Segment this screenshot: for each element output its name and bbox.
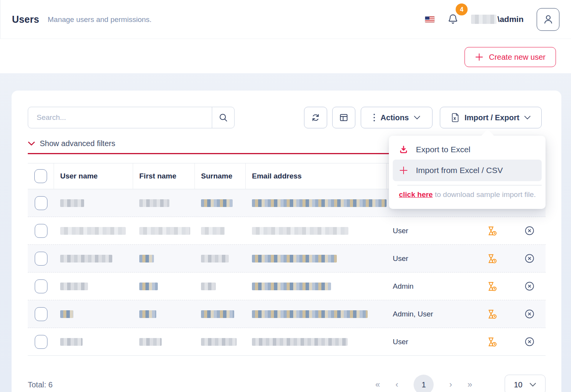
next-page-button[interactable]: › (449, 380, 452, 390)
sample-file-note-text: to download sample import file. (433, 190, 536, 199)
actions-dropdown-button[interactable]: Actions (361, 107, 432, 128)
expiry-hourglass-icon[interactable] (487, 225, 497, 236)
redacted-email (252, 227, 348, 235)
create-new-user-label: Create new user (489, 53, 546, 62)
page-size-value: 10 (514, 380, 522, 389)
download-icon (399, 145, 408, 154)
current-page-button[interactable]: 1 (414, 375, 434, 392)
chevron-down-icon (28, 141, 35, 146)
column-surname[interactable]: Surname (195, 163, 246, 189)
expiry-hourglass-icon[interactable] (487, 336, 497, 347)
export-to-excel-menu-item[interactable]: Export to Excel (393, 140, 542, 160)
row-checkbox[interactable] (35, 196, 47, 210)
delete-circle-x-icon[interactable] (524, 309, 535, 319)
kebab-menu-icon (373, 113, 376, 122)
table-body: User User (28, 189, 546, 356)
previous-page-button[interactable]: ‹ (395, 380, 398, 390)
role-value: Admin (393, 282, 414, 291)
redacted-firstname (139, 338, 162, 346)
chevron-down-icon (529, 382, 536, 387)
redacted-firstname (139, 227, 190, 235)
expiry-hourglass-icon[interactable] (487, 309, 497, 320)
row-checkbox[interactable] (35, 252, 47, 266)
table-row[interactable]: User (28, 217, 546, 245)
top-bar: Users Manage users and permissions. 4 \a… (0, 0, 571, 39)
table-row[interactable]: Admin, User (28, 300, 546, 328)
column-firstname[interactable]: First name (133, 163, 195, 189)
search-input[interactable] (28, 107, 212, 128)
redacted-firstname (139, 310, 156, 318)
create-new-user-button[interactable]: Create new user (465, 47, 556, 67)
redacted-username (60, 338, 83, 346)
expiry-hourglass-icon[interactable] (487, 253, 497, 264)
show-advanced-filters-toggle[interactable]: Show advanced filters (28, 139, 115, 148)
redacted-surname (201, 310, 234, 318)
import-from-excel-label: Import from Excel / CSV (416, 166, 503, 175)
chevron-down-icon (414, 115, 421, 120)
actions-label: Actions (380, 113, 409, 122)
excel-file-icon (451, 113, 460, 123)
search-icon (218, 113, 228, 123)
redacted-surname (201, 199, 233, 207)
redacted-firstname (139, 283, 158, 290)
username-text: \admin (497, 15, 524, 24)
row-checkbox[interactable] (35, 224, 47, 238)
table-row[interactable]: User (28, 328, 546, 356)
import-from-excel-menu-item[interactable]: Import from Excel / CSV (393, 160, 542, 181)
bell-icon (448, 13, 458, 25)
table-row[interactable]: User (28, 245, 546, 273)
current-user-label[interactable]: \admin (471, 15, 524, 24)
redacted-domain-name (471, 15, 497, 24)
refresh-icon (311, 113, 321, 123)
redacted-username (60, 255, 112, 262)
redacted-email (252, 199, 387, 207)
select-all-cell (28, 163, 54, 189)
last-page-button[interactable]: » (468, 380, 472, 390)
row-checkbox[interactable] (35, 335, 47, 349)
notification-count-badge[interactable]: 4 (456, 3, 468, 15)
redacted-email (252, 283, 331, 290)
redacted-surname (201, 227, 225, 235)
columns-icon (339, 113, 349, 123)
column-email[interactable]: Email address (246, 163, 387, 189)
page-subtitle: Manage users and permissions. (48, 15, 152, 24)
redacted-username (60, 310, 73, 318)
refresh-button[interactable] (304, 107, 327, 128)
delete-circle-x-icon[interactable] (524, 281, 535, 291)
search-box (28, 107, 235, 128)
first-page-button[interactable]: « (375, 380, 380, 390)
redacted-username (60, 227, 126, 235)
redacted-username (60, 283, 88, 290)
page-size-select[interactable]: 10 (505, 375, 546, 392)
redacted-email (252, 310, 368, 318)
delete-circle-x-icon[interactable] (524, 336, 535, 347)
table-row[interactable]: Admin (28, 273, 546, 300)
page-title: Users (12, 14, 39, 25)
language-flag-icon[interactable] (425, 16, 435, 23)
delete-circle-x-icon[interactable] (524, 253, 535, 264)
table-footer: Total: 6 « ‹ 1 › » 10 (28, 374, 546, 392)
redacted-surname (201, 338, 237, 346)
topbar-right: 4 \admin (425, 8, 559, 31)
redacted-surname (201, 255, 229, 262)
profile-menu-button[interactable] (537, 8, 559, 31)
row-checkbox[interactable] (35, 307, 47, 321)
redacted-email (252, 338, 348, 346)
notifications-bell[interactable]: 4 (448, 13, 458, 25)
total-count: Total: 6 (28, 380, 52, 389)
redacted-username (60, 199, 84, 207)
redacted-firstname (139, 199, 169, 207)
select-all-checkbox[interactable] (34, 169, 47, 183)
row-checkbox[interactable] (35, 279, 47, 293)
import-export-dropdown-button[interactable]: Import / Export (440, 107, 542, 128)
column-settings-button[interactable] (332, 107, 355, 128)
role-value: User (393, 338, 408, 346)
chevron-down-icon (524, 115, 531, 120)
delete-circle-x-icon[interactable] (524, 225, 535, 236)
redacted-surname (201, 283, 216, 290)
expiry-hourglass-icon[interactable] (487, 281, 497, 292)
search-button[interactable] (212, 107, 234, 128)
person-icon (542, 13, 554, 25)
column-username[interactable]: User name (54, 163, 133, 189)
click-here-link[interactable]: click here (399, 190, 433, 199)
